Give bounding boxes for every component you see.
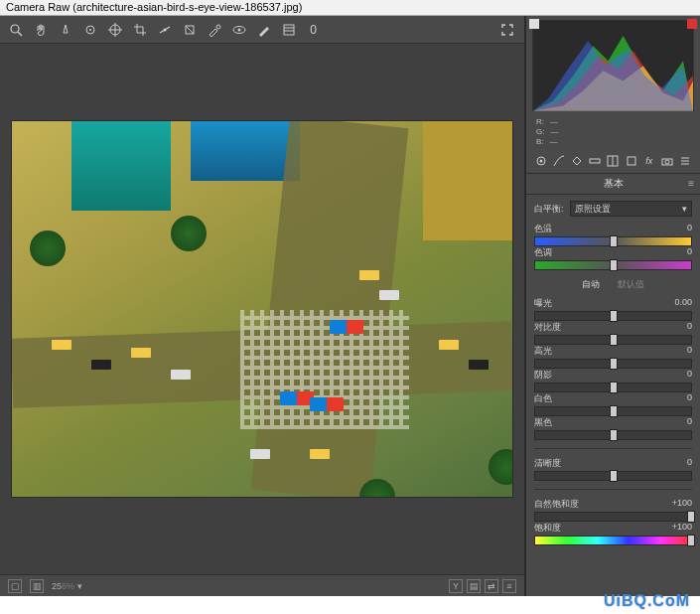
slider-thumb[interactable] [610, 358, 618, 370]
slider-sliders-sat-0: 自然饱和度+100 [534, 498, 692, 522]
slider-label: 阴影 [534, 369, 552, 382]
window-title: Camera Raw (architecture-asian-bird-s-ey… [6, 1, 302, 13]
compare-menu-icon[interactable]: ≡ [502, 579, 516, 593]
tab-curve-icon[interactable] [552, 153, 566, 169]
zoom-icon[interactable] [8, 22, 23, 37]
compare-swap-icon[interactable]: ⇄ [485, 579, 498, 593]
slider-label: 饱和度 [534, 522, 561, 535]
tab-fx-icon[interactable]: fx [642, 153, 656, 169]
slider-track[interactable] [534, 236, 692, 246]
transform-icon[interactable] [182, 22, 197, 37]
slider-sliders-mid-3: 阴影0 [534, 369, 692, 392]
svg-point-18 [540, 160, 543, 163]
svg-point-8 [163, 28, 166, 31]
slider-label: 色调 [534, 246, 552, 259]
slider-label: 黑色 [534, 416, 552, 429]
white-balance-label: 白平衡: [534, 203, 564, 216]
image-preview-area[interactable] [0, 44, 524, 574]
slider-thumb[interactable] [610, 235, 618, 247]
svg-rect-22 [628, 157, 635, 165]
target-adjust-icon[interactable] [107, 22, 122, 37]
svg-line-10 [186, 26, 194, 34]
left-pane: 0 [0, 16, 526, 596]
svg-line-1 [18, 32, 22, 36]
fullscreen-icon[interactable] [499, 22, 514, 37]
slider-thumb[interactable] [610, 405, 618, 417]
graduated-filter-icon[interactable] [281, 22, 296, 37]
panel-title: 基本 ≡ [526, 174, 700, 195]
slider-track[interactable] [534, 383, 692, 392]
slider-track[interactable] [534, 471, 692, 481]
slider-thumb[interactable] [687, 535, 695, 546]
tab-detail-icon[interactable] [570, 153, 584, 169]
slider-track[interactable] [534, 359, 692, 369]
slider-sliders-mid-1: 对比度0 [534, 321, 692, 345]
radial-filter-icon[interactable]: 0 [306, 22, 321, 37]
slider-value: 0.00 [674, 297, 692, 310]
white-balance-select[interactable]: 原照设置▾ [570, 201, 692, 217]
auto-button[interactable]: 自动 [582, 278, 600, 291]
camera-raw-app: 0 [0, 16, 700, 596]
slider-value: 0 [687, 223, 692, 235]
crop-icon[interactable] [132, 22, 147, 37]
tab-basic-icon[interactable] [534, 153, 548, 169]
tab-split-icon[interactable] [606, 153, 620, 169]
color-sampler-icon[interactable] [82, 22, 97, 37]
slider-sliders-top-0: 色温0 [534, 223, 692, 246]
slider-track[interactable] [534, 311, 692, 321]
slider-label: 对比度 [534, 321, 561, 334]
red-eye-icon[interactable] [231, 22, 246, 37]
slider-track[interactable] [534, 406, 692, 416]
rgb-readout: R:— G:— B:— [526, 115, 700, 149]
split-view-icon[interactable]: ▥ [30, 579, 44, 593]
single-view-icon[interactable]: ▢ [8, 579, 22, 593]
compare-split-icon[interactable]: ▤ [467, 579, 481, 593]
spot-brush-icon[interactable] [207, 22, 221, 37]
adjustment-brush-icon[interactable] [256, 22, 271, 37]
slider-value: 0 [687, 416, 692, 429]
tab-hsl-icon[interactable] [588, 153, 602, 169]
tab-preset-icon[interactable] [678, 153, 692, 169]
right-panel: R:— G:— B:— fx 基本 ≡ 白平衡: 原照设置▾ [526, 16, 700, 596]
slider-sliders-bot-0: 清晰度0 [534, 457, 692, 481]
tab-lens-icon[interactable] [625, 153, 638, 169]
slider-thumb[interactable] [610, 334, 618, 346]
window-titlebar: Camera Raw (architecture-asian-bird-s-ey… [0, 0, 700, 16]
slider-label: 自然饱和度 [534, 498, 579, 511]
histogram[interactable] [532, 20, 694, 111]
slider-thumb[interactable] [610, 470, 618, 482]
slider-thumb[interactable] [687, 511, 695, 523]
panel-menu-icon[interactable]: ≡ [688, 178, 694, 189]
preview-image [11, 120, 513, 498]
slider-track[interactable] [534, 512, 692, 522]
before-after-y-icon[interactable]: Y [449, 579, 463, 593]
default-button[interactable]: 默认值 [618, 278, 644, 291]
slider-thumb[interactable] [610, 259, 618, 271]
slider-track[interactable] [534, 536, 692, 545]
hand-icon[interactable] [33, 22, 48, 37]
slider-sliders-sat-1: 饱和度+100 [534, 522, 692, 545]
preview-bottombar: ▢ ▥ 256% ▾ Y ▤ ⇄ ≡ [0, 574, 524, 596]
slider-value: 0 [687, 246, 692, 259]
svg-rect-19 [590, 159, 600, 163]
slider-track[interactable] [534, 430, 692, 440]
top-toolbar: 0 [0, 16, 524, 44]
panel-tabs: fx [526, 149, 700, 174]
svg-point-13 [237, 28, 240, 31]
basic-panel-body: 白平衡: 原照设置▾ 色温0色调0 自动 默认值 曝光0.00对比度0高光0阴影… [526, 195, 700, 596]
slider-thumb[interactable] [610, 310, 618, 322]
svg-point-24 [665, 160, 669, 164]
slider-track[interactable] [534, 260, 692, 270]
slider-label: 白色 [534, 392, 552, 405]
straighten-icon[interactable] [157, 22, 172, 37]
slider-track[interactable] [534, 335, 692, 345]
slider-label: 清晰度 [534, 457, 561, 470]
zoom-level[interactable]: 256% ▾ [52, 581, 82, 591]
svg-rect-14 [284, 25, 294, 35]
slider-value: 0 [687, 369, 692, 382]
tab-camera-icon[interactable] [660, 153, 674, 169]
slider-value: 0 [687, 457, 692, 470]
white-balance-icon[interactable] [58, 22, 72, 37]
slider-thumb[interactable] [610, 429, 618, 441]
slider-thumb[interactable] [610, 382, 618, 393]
